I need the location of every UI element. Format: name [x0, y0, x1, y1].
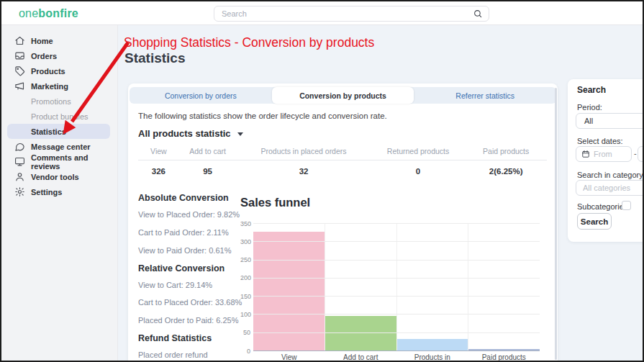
stat-line: Placed Order to Paid: 6.25% [138, 315, 246, 326]
conversion-stats: Absolute ConversionView to Placed Order:… [138, 191, 246, 362]
stats-section-heading: Refund Statistics [138, 333, 246, 343]
sidebar-item-label: Orders [31, 52, 57, 60]
bar-products-in[interactable] [397, 339, 468, 350]
sidebar: HomeOrdersProductsMarketingPromotionsPro… [1, 25, 118, 362]
gridline [253, 350, 540, 351]
tab-referrer-statistics[interactable]: Referrer statistics [414, 87, 556, 104]
sidebar-item-label: Comments and reviews [31, 153, 110, 171]
summary-divider [138, 160, 547, 160]
chart-title: Sales funnel [240, 196, 310, 209]
stats-section-heading: Relative Conversion [138, 263, 246, 273]
home-icon [14, 35, 25, 46]
search-icon[interactable] [473, 9, 483, 19]
top-header: onebonfire [1, 1, 643, 25]
sidebar-item-settings[interactable]: Settings [7, 184, 110, 199]
main-scrollbar[interactable] [555, 88, 557, 360]
search-panel-title: Search [577, 85, 606, 95]
summary-header-row: ViewAdd to cartProducts in placed orders… [138, 147, 547, 155]
y-axis-tick-label: 50 [240, 329, 250, 336]
page-title: Statistics [124, 50, 185, 66]
stat-line: View to Cart: 29.14% [138, 280, 246, 291]
chart-column [396, 223, 468, 350]
tab-conversion-by-products[interactable]: Conversion by products [272, 87, 414, 104]
sidebar-item-product-bundles[interactable]: Product bundles [7, 109, 110, 124]
summary-column-header: Paid products [465, 147, 547, 155]
x-axis-label: View [253, 353, 325, 361]
stat-line: View to Paid Order: 0.61% [138, 245, 246, 256]
x-axis-label: Products in [396, 353, 468, 361]
period-label: Period: [577, 103, 602, 112]
sidebar-item-label: Marketing [31, 82, 68, 91]
summary-column-header: Products in placed orders [236, 147, 371, 155]
gridline [253, 278, 540, 279]
category-label: Search in category [577, 171, 643, 179]
stat-line: Cart to Placed Order: 33.68% [138, 297, 246, 308]
logo[interactable]: onebonfire [19, 7, 78, 20]
sidebar-item-message-center[interactable]: Message center [7, 139, 110, 154]
sidebar-item-marketing[interactable]: Marketing [7, 78, 110, 94]
global-search [214, 6, 489, 22]
global-search-input[interactable] [214, 9, 473, 18]
logo-suffix: bonfire [38, 7, 78, 19]
gridline [253, 314, 540, 315]
sidebar-item-label: Product bundles [31, 112, 89, 121]
chart-plot-area [253, 223, 540, 350]
gridline [253, 260, 540, 261]
date-from-field[interactable] [576, 146, 632, 162]
stat-line: Cart to Paid Order: 2.11% [138, 227, 246, 238]
annotation-text: Shopping Statistics - Conversion by prod… [124, 35, 374, 50]
sidebar-item-label: Home [31, 37, 53, 45]
sidebar-item-label: Message center [31, 142, 91, 151]
chart-column [253, 223, 325, 350]
category-field[interactable] [576, 180, 644, 196]
sidebar-item-label: Statistics [31, 127, 66, 136]
chevron-down-icon [237, 132, 243, 136]
gear-icon [14, 186, 25, 197]
stat-line: View to Placed Order: 9.82% [138, 209, 246, 220]
sidebar-item-comments-and-reviews[interactable]: Comments and reviews [7, 154, 110, 169]
sidebar-item-label: Promotions [31, 97, 71, 106]
y-axis-tick-label: 250 [240, 256, 250, 263]
logo-prefix: one [19, 7, 38, 19]
sidebar-item-promotions[interactable]: Promotions [7, 94, 110, 109]
chart-columns [253, 223, 540, 350]
statistics-tabs: Conversion by ordersConversion by produc… [130, 87, 556, 104]
date-from-input[interactable] [594, 150, 631, 158]
gridline [253, 332, 540, 333]
summary-table: ViewAdd to cartProducts in placed orders… [138, 147, 547, 176]
sidebar-item-label: Vendor tools [31, 173, 79, 181]
subcategories-checkbox[interactable] [622, 201, 631, 210]
date-range-separator: - [634, 149, 637, 158]
sidebar-item-statistics[interactable]: Statistics [7, 124, 110, 139]
gridline [253, 223, 540, 224]
tag-icon [14, 65, 25, 76]
date-to-field[interactable] [638, 146, 644, 162]
products-scope-dropdown[interactable]: All products statistic [138, 128, 243, 139]
summary-column-header: Add to cart [179, 147, 237, 155]
chat-icon [14, 141, 25, 152]
chart-column [325, 223, 396, 350]
summary-value: 0 [371, 167, 466, 176]
tab-conversion-by-orders[interactable]: Conversion by orders [130, 87, 272, 104]
sidebar-item-vendor-tools[interactable]: Vendor tools [7, 169, 110, 184]
summary-value: 2(6.25%) [465, 167, 547, 176]
sales-funnel-chart: Sales funnel ViewAdd to cartProducts inP… [240, 191, 550, 362]
statistics-card: Conversion by ordersConversion by produc… [128, 83, 558, 362]
y-axis-tick-label: 100 [240, 311, 250, 318]
bar-add-to-cart[interactable] [325, 316, 396, 350]
summary-value: 32 [236, 167, 371, 176]
x-axis-label: Add to cart [325, 353, 397, 361]
dates-label: Select dates: [577, 137, 623, 145]
chart-column [468, 223, 540, 350]
sidebar-item-orders[interactable]: Orders [7, 48, 110, 63]
period-selected-value: All [584, 117, 593, 125]
sidebar-item-home[interactable]: Home [7, 33, 110, 48]
app-window: onebonfire HomeOrdersProductsMarketingPr… [0, 0, 644, 362]
summary-column-header: View [138, 147, 179, 155]
summary-value: 326 [138, 167, 179, 176]
period-select[interactable]: All [576, 113, 644, 129]
search-button[interactable]: Search [577, 213, 612, 230]
category-input[interactable] [583, 184, 644, 192]
inbox-icon [14, 50, 25, 61]
sidebar-item-products[interactable]: Products [7, 63, 110, 78]
